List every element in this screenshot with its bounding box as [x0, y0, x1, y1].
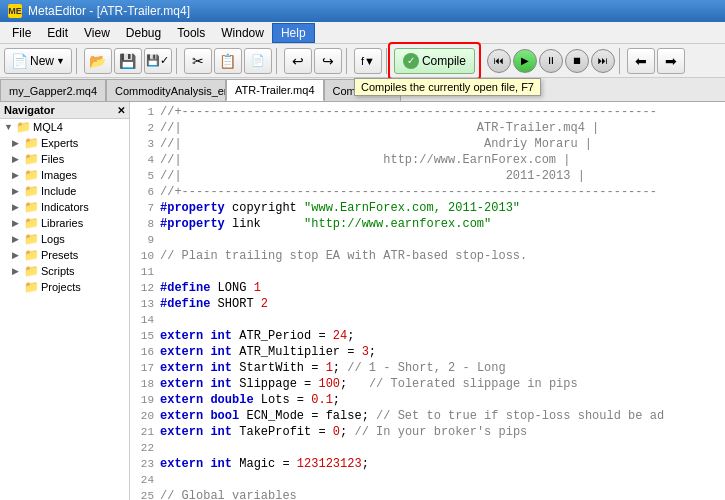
nav-presets-label: Presets: [41, 249, 78, 261]
nav-logs-label: Logs: [41, 233, 65, 245]
menu-window[interactable]: Window: [213, 24, 272, 42]
code-line-21: 21 extern int TakeProfit = 0; // In your…: [132, 424, 723, 440]
code-line-13: 13 #define SHORT 2: [132, 296, 723, 312]
code-line-7: 7 #property copyright "www.EarnForex.com…: [132, 200, 723, 216]
code-line-3: 3 //| Andriy Moraru |: [132, 136, 723, 152]
nav-scripts[interactable]: ▶ 📁 Scripts: [0, 263, 129, 279]
undo-button[interactable]: ↩: [284, 48, 312, 74]
compile-tooltip: Compiles the currently open file, F7: [354, 78, 541, 96]
nav-experts-label: Experts: [41, 137, 78, 149]
pause-button[interactable]: ⏸: [539, 49, 563, 73]
sep3: [276, 48, 280, 74]
mql4-expand-icon: ▼: [4, 122, 14, 132]
nav-files-label: Files: [41, 153, 64, 165]
sep1: [76, 48, 80, 74]
nav-experts[interactable]: ▶ 📁 Experts: [0, 135, 129, 151]
code-line-10: 10 // Plain trailing stop EA with ATR-ba…: [132, 248, 723, 264]
menu-help[interactable]: Help: [272, 23, 315, 43]
nav-include-label: Include: [41, 185, 76, 197]
code-line-12: 12 #define LONG 1: [132, 280, 723, 296]
nav-libraries[interactable]: ▶ 📁 Libraries: [0, 215, 129, 231]
save-all-button[interactable]: 💾✓: [144, 48, 172, 74]
nav-images[interactable]: ▶ 📁 Images: [0, 167, 129, 183]
navigator-header: Navigator ✕: [0, 102, 129, 119]
nav-projects-label: Projects: [41, 281, 81, 293]
title-text: MetaEditor - [ATR-Trailer.mq4]: [28, 4, 190, 18]
code-line-24: 24: [132, 472, 723, 488]
compile-button[interactable]: ✓ Compile: [394, 48, 475, 74]
main-area: Navigator ✕ ▼ 📁 MQL4 ▶ 📁 Experts ▶ 📁 Fil…: [0, 102, 725, 500]
projects-folder-icon: 📁: [24, 280, 39, 294]
files-expand-icon: ▶: [12, 154, 22, 164]
code-line-25: 25 // Global variables: [132, 488, 723, 500]
nav-logs[interactable]: ▶ 📁 Logs: [0, 231, 129, 247]
navigator-close[interactable]: ✕: [117, 105, 125, 116]
scripts-folder-icon: 📁: [24, 264, 39, 278]
code-line-9: 9: [132, 232, 723, 248]
menu-edit[interactable]: Edit: [39, 24, 76, 42]
new-icon: 📄: [11, 53, 28, 69]
code-line-2: 2 //| ATR-Trailer.mq4 |: [132, 120, 723, 136]
presets-folder-icon: 📁: [24, 248, 39, 262]
libraries-expand-icon: ▶: [12, 218, 22, 228]
paste-button[interactable]: 📄: [244, 48, 272, 74]
images-expand-icon: ▶: [12, 170, 22, 180]
nav-presets[interactable]: ▶ 📁 Presets: [0, 247, 129, 263]
nav-indicators[interactable]: ▶ 📁 Indicators: [0, 199, 129, 215]
nav-files[interactable]: ▶ 📁 Files: [0, 151, 129, 167]
nav-scripts-label: Scripts: [41, 265, 75, 277]
code-line-20: 20 extern bool ECN_Mode = false; // Set …: [132, 408, 723, 424]
new-button[interactable]: 📄 New ▼: [4, 48, 72, 74]
tab-atr-trailer[interactable]: ATR-Trailer.mq4: [226, 79, 323, 101]
code-line-11: 11: [132, 264, 723, 280]
code-line-14: 14: [132, 312, 723, 328]
code-line-15: 15 extern int ATR_Period = 24;: [132, 328, 723, 344]
code-line-5: 5 //| 2011-2013 |: [132, 168, 723, 184]
menu-file[interactable]: File: [4, 24, 39, 42]
new-dropdown-icon[interactable]: ▼: [56, 56, 65, 66]
indicators-expand-icon: ▶: [12, 202, 22, 212]
back-button[interactable]: ⏮: [487, 49, 511, 73]
code-line-16: 16 extern int ATR_Multiplier = 3;: [132, 344, 723, 360]
scripts-expand-icon: ▶: [12, 266, 22, 276]
navigator-title: Navigator: [4, 104, 55, 116]
sep2: [176, 48, 180, 74]
forward-button[interactable]: ⏭: [591, 49, 615, 73]
menu-view[interactable]: View: [76, 24, 118, 42]
sep7: [619, 48, 623, 74]
menu-tools[interactable]: Tools: [169, 24, 213, 42]
tab-gapper[interactable]: my_Gapper2.mq4: [0, 79, 106, 101]
nav-include[interactable]: ▶ 📁 Include: [0, 183, 129, 199]
menu-bar: File Edit View Debug Tools Window Help: [0, 22, 725, 44]
nav-mql4[interactable]: ▼ 📁 MQL4: [0, 119, 129, 135]
menu-debug[interactable]: Debug: [118, 24, 169, 42]
code-line-17: 17 extern int StartWith = 1; // 1 - Shor…: [132, 360, 723, 376]
experts-folder-icon: 📁: [24, 136, 39, 150]
save-button[interactable]: 💾: [114, 48, 142, 74]
code-line-19: 19 extern double Lots = 0.1;: [132, 392, 723, 408]
open-button[interactable]: 📂: [84, 48, 112, 74]
stop-button[interactable]: ⏹: [565, 49, 589, 73]
nav-projects[interactable]: 📁 Projects: [0, 279, 129, 295]
nav-indicators-label: Indicators: [41, 201, 89, 213]
format-btn[interactable]: f▼: [354, 48, 382, 74]
compile-icon: ✓: [403, 53, 419, 69]
nav-right-button[interactable]: ➡: [657, 48, 685, 74]
copy-button[interactable]: 📋: [214, 48, 242, 74]
app-icon: ME: [8, 4, 22, 18]
libraries-folder-icon: 📁: [24, 216, 39, 230]
play-button[interactable]: ▶: [513, 49, 537, 73]
redo-button[interactable]: ↪: [314, 48, 342, 74]
tab-commodity-analysis[interactable]: CommodityAnalysis_email_...: [106, 79, 226, 101]
nav-mql4-label: MQL4: [33, 121, 63, 133]
include-folder-icon: 📁: [24, 184, 39, 198]
logs-folder-icon: 📁: [24, 232, 39, 246]
navigator-panel: Navigator ✕ ▼ 📁 MQL4 ▶ 📁 Experts ▶ 📁 Fil…: [0, 102, 130, 500]
sep6: [479, 48, 483, 74]
code-editor[interactable]: 1 //+-----------------------------------…: [130, 102, 725, 500]
images-folder-icon: 📁: [24, 168, 39, 182]
nav-left-button[interactable]: ⬅: [627, 48, 655, 74]
files-folder-icon: 📁: [24, 152, 39, 166]
include-expand-icon: ▶: [12, 186, 22, 196]
cut-button[interactable]: ✂: [184, 48, 212, 74]
